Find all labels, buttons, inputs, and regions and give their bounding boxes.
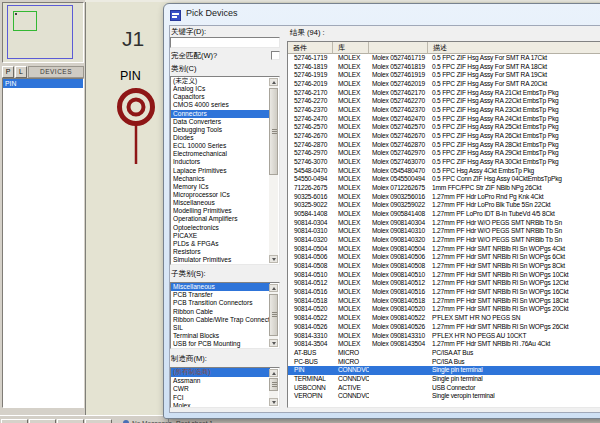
- list-item[interactable]: Inductors: [171, 158, 270, 166]
- table-row[interactable]: 52746-2270MOLEXMolex 05274622700.5 FPC Z…: [288, 97, 600, 106]
- list-item[interactable]: Ribbon Cable: [171, 308, 270, 316]
- list-item[interactable]: FCI: [171, 394, 270, 403]
- list-item[interactable]: Data Converters: [171, 118, 270, 126]
- table-row[interactable]: 71226-2675MOLEXMolex 07122626751mm FFC/F…: [288, 184, 600, 193]
- list-item[interactable]: Miscellaneous: [171, 283, 270, 291]
- table-row[interactable]: TERMINALCONNDVCSingle pin terminal: [288, 375, 600, 384]
- stop-button[interactable]: ■: [85, 419, 112, 423]
- list-item[interactable]: PLDs & FPGAs: [171, 240, 270, 248]
- table-row[interactable]: 90584-1408MOLEXMolex 09058414081.27mm PF…: [288, 210, 600, 219]
- list-item[interactable]: SIL: [171, 324, 270, 332]
- list-item[interactable]: Optoelectronics: [171, 224, 270, 232]
- table-row[interactable]: 52746-2570MOLEXMolex 05274625700.5 FPC Z…: [288, 123, 600, 132]
- category-listbox[interactable]: (未定义)Analog ICsCapacitorsCMOS 4000 serie…: [170, 76, 280, 265]
- object-selector-list[interactable]: PIN: [2, 78, 84, 408]
- scroll-up-icon[interactable]: [269, 284, 278, 292]
- table-row[interactable]: 90814-0518MOLEXMolex 09081405181.27mm PF…: [288, 297, 600, 306]
- table-row[interactable]: 52746-3070MOLEXMolex 05274630700.5 FPC Z…: [288, 158, 600, 167]
- table-row[interactable]: 54548-0470MOLEXMolex 05454804700.5 FPC H…: [288, 167, 600, 176]
- list-item[interactable]: Ribbon Cable/Wire Trap Connectors: [171, 316, 270, 324]
- pick-devices-button[interactable]: P: [2, 66, 14, 78]
- subcategory-scrollbar[interactable]: [269, 284, 278, 347]
- list-item[interactable]: Diodes: [171, 134, 270, 142]
- manufacturer-listbox[interactable]: (所有制造商)AssmannCWRFCIMolex: [170, 367, 280, 408]
- subcategory-listbox[interactable]: MiscellaneousPCB TransferPCB Transition …: [170, 282, 280, 349]
- list-item[interactable]: Mechanics: [171, 175, 270, 183]
- table-row[interactable]: 90814-0526MOLEXMolex 09081405261.27mm PF…: [288, 323, 600, 332]
- play-button[interactable]: ▶: [1, 419, 28, 423]
- scroll-up-icon[interactable]: [269, 78, 278, 86]
- table-row[interactable]: PINCONNDVCSingle pin terminal: [288, 366, 600, 375]
- list-item[interactable]: Microprocessor ICs: [171, 191, 270, 199]
- table-row[interactable]: 90814-0510MOLEXMolex 09081405101.27mm PF…: [288, 271, 600, 280]
- list-item[interactable]: Memory ICs: [171, 183, 270, 191]
- table-row[interactable]: VEROPINCONNDVCSingle veropin terminal: [288, 392, 600, 401]
- list-item[interactable]: Miscellaneous: [171, 199, 270, 207]
- list-item[interactable]: PICAXE: [171, 232, 270, 240]
- table-row[interactable]: 52746-1819MOLEXMolex 05274618190.5 FPC Z…: [288, 63, 600, 72]
- list-item[interactable]: Electromechanical: [171, 150, 270, 158]
- list-item[interactable]: CMOS 4000 series: [171, 101, 270, 109]
- table-row[interactable]: 90325-6016MOLEXMolex 09032560161.27mm PF…: [288, 193, 600, 202]
- table-row[interactable]: 52746-2670MOLEXMolex 05274626700.5 FPC Z…: [288, 132, 600, 141]
- table-row[interactable]: 90814-0320MOLEXMolex 09081403201.27mm PF…: [288, 236, 600, 245]
- manufacturer-scrollbar[interactable]: [269, 369, 278, 406]
- scroll-down-icon[interactable]: [269, 339, 278, 347]
- list-item[interactable]: (未定义): [171, 77, 270, 85]
- list-item[interactable]: ECL 10000 Series: [171, 142, 270, 150]
- list-item[interactable]: CWR: [171, 385, 270, 394]
- table-row[interactable]: PC-BUSMICROPC/ISA Bus: [288, 358, 600, 367]
- list-item[interactable]: Terminal Blocks: [171, 332, 270, 340]
- table-row[interactable]: 90814-0508MOLEXMolex 09081405081.27mm PF…: [288, 262, 600, 271]
- table-row[interactable]: 90814-0516MOLEXMolex 09081405161.27mm PF…: [288, 288, 600, 297]
- table-row[interactable]: 90814-0520MOLEXMolex 09081405201.27mm PF…: [288, 305, 600, 314]
- table-row[interactable]: 90814-0512MOLEXMolex 09081405121.27mm PF…: [288, 279, 600, 288]
- results-table-header[interactable]: 器件 库 描述: [288, 42, 600, 54]
- list-item[interactable]: PCB Transfer: [171, 291, 270, 299]
- list-item[interactable]: Laplace Primitives: [171, 167, 270, 175]
- table-row[interactable]: 52746-1919MOLEXMolex 05274619190.5 FPC Z…: [288, 71, 600, 80]
- table-row[interactable]: 90814-3310MOLEXMolex 0908143310P'FLEX H'…: [288, 332, 600, 341]
- table-row[interactable]: 52746-1719MOLEXMolex 05274617190.5 FPC Z…: [288, 54, 600, 63]
- table-row[interactable]: 52746-2970MOLEXMolex 05274629700.5 FPC Z…: [288, 149, 600, 158]
- list-item[interactable]: Simulator Primitives: [171, 256, 270, 264]
- list-item[interactable]: Debugging Tools: [171, 126, 270, 134]
- list-item[interactable]: Resistors: [171, 248, 270, 256]
- results-table[interactable]: 器件 库 描述 52746-1719MOLEXMolex 05274617190…: [287, 41, 600, 408]
- list-item[interactable]: Assmann: [171, 377, 270, 386]
- list-item[interactable]: Connectors: [171, 110, 270, 118]
- library-button[interactable]: L: [15, 66, 27, 78]
- table-row[interactable]: 52746-2019MOLEXMolex 05274620190.5 FPC Z…: [288, 80, 600, 89]
- list-item[interactable]: Operational Amplifiers: [171, 215, 270, 223]
- table-row[interactable]: 54550-0494MOLEXMolex 05455004940.5 FPC C…: [288, 175, 600, 184]
- table-row[interactable]: 52746-2170MOLEXMolex 05274621700.5 FPC Z…: [288, 89, 600, 98]
- scroll-down-icon[interactable]: [269, 255, 278, 263]
- list-item[interactable]: (所有制造商): [171, 368, 270, 377]
- scroll-up-icon[interactable]: [269, 369, 278, 377]
- table-row[interactable]: 52746-2370MOLEXMolex 05274623700.5 FPC Z…: [288, 106, 600, 115]
- table-row[interactable]: 90814-0504MOLEXMolex 09081405041.27mm PF…: [288, 245, 600, 254]
- table-row[interactable]: 90325-9022MOLEXMolex 09032590221.27mm PF…: [288, 201, 600, 210]
- list-item[interactable]: PIN: [3, 79, 83, 88]
- category-scrollbar[interactable]: [269, 78, 278, 263]
- scrollbar-thumb[interactable]: [269, 294, 278, 336]
- step-button[interactable]: ▶|: [29, 419, 56, 423]
- table-row[interactable]: USBCONNACTIVEUSB Connector: [288, 384, 600, 393]
- table-row[interactable]: 90814-0310MOLEXMolex 09081403101.27mm PF…: [288, 227, 600, 236]
- list-item[interactable]: USB for PCB Mounting: [171, 340, 270, 348]
- list-item[interactable]: PCB Transition Connectors: [171, 299, 270, 307]
- list-item[interactable]: Molex: [171, 402, 270, 408]
- overview-window[interactable]: [2, 2, 84, 63]
- table-row[interactable]: 90814-3504MOLEXMolex 09081435041.27mm PF…: [288, 340, 600, 349]
- match-whole-checkbox[interactable]: [271, 51, 280, 60]
- scroll-down-icon[interactable]: [269, 398, 278, 406]
- table-row[interactable]: 90814-0304MOLEXMolex 09081403041.27mm PF…: [288, 219, 600, 228]
- scrollbar-thumb[interactable]: [269, 378, 278, 391]
- table-row[interactable]: 52746-2870MOLEXMolex 05274628700.5 FPC Z…: [288, 141, 600, 150]
- keyword-input[interactable]: [170, 37, 280, 48]
- table-row[interactable]: AT-BUSMICROPC/ISA AT Bus: [288, 349, 600, 358]
- pause-button[interactable]: ❚❚: [57, 419, 84, 423]
- list-item[interactable]: Modelling Primitives: [171, 207, 270, 215]
- table-row[interactable]: 90814-0522MOLEXMolex 0908140522P'FLEX SM…: [288, 314, 600, 323]
- list-item[interactable]: Capacitors: [171, 93, 270, 101]
